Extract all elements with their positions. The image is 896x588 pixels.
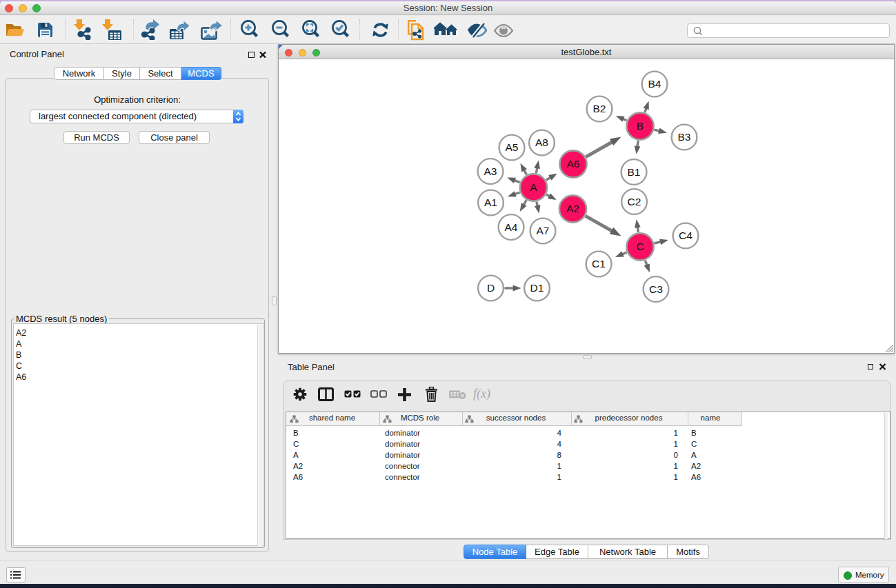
svg-text:B3: B3 <box>678 131 691 143</box>
svg-text:A2: A2 <box>566 203 579 214</box>
svg-text:C: C <box>636 241 644 252</box>
svg-text:B4: B4 <box>648 78 661 90</box>
svg-text:D: D <box>487 282 495 294</box>
svg-text:B: B <box>637 120 644 132</box>
svg-text:A8: A8 <box>535 136 548 148</box>
svg-text:D1: D1 <box>530 282 544 294</box>
svg-text:A3: A3 <box>484 165 497 177</box>
svg-text:B2: B2 <box>593 103 606 114</box>
svg-text:C1: C1 <box>592 258 606 270</box>
svg-text:B1: B1 <box>628 166 641 178</box>
svg-text:A7: A7 <box>537 225 550 236</box>
svg-text:A1: A1 <box>484 196 497 208</box>
svg-text:C3: C3 <box>649 283 663 295</box>
svg-text:A5: A5 <box>506 141 519 153</box>
svg-text:A6: A6 <box>567 158 580 170</box>
svg-text:A4: A4 <box>505 221 518 233</box>
svg-text:A: A <box>530 181 537 193</box>
svg-text:C4: C4 <box>679 230 693 241</box>
svg-text:C2: C2 <box>628 196 641 207</box>
